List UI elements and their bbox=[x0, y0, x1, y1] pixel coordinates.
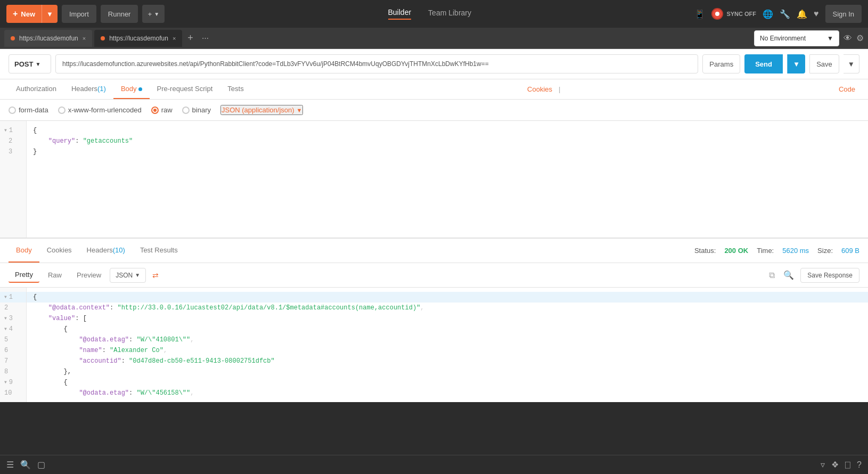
heart-icon[interactable]: ♥ bbox=[814, 9, 819, 19]
resp-view-preview[interactable]: Preview bbox=[70, 268, 108, 282]
runner-button[interactable]: Runner bbox=[101, 5, 138, 23]
resp-tab-test-results[interactable]: Test Results bbox=[133, 239, 185, 263]
req-tab-body[interactable]: Body bbox=[113, 79, 150, 99]
copy-response-button[interactable]: ⧉ bbox=[767, 268, 777, 282]
tab-dot-0 bbox=[11, 36, 15, 40]
phone-icon[interactable]: 📱 bbox=[694, 9, 705, 19]
resp-code-line-6: "name": "Alexander Co", bbox=[33, 345, 862, 356]
collapse-arrow-1[interactable]: ▼ bbox=[4, 125, 7, 136]
req-tab-pre-request[interactable]: Pre-request Script bbox=[150, 79, 220, 99]
search-response-button[interactable]: 🔍 bbox=[781, 268, 796, 282]
env-gear-icon[interactable]: ⚙ bbox=[856, 33, 864, 43]
code-line-1: { bbox=[33, 125, 862, 136]
tab-label-1: https://lucasdemofun bbox=[109, 35, 168, 42]
bell-icon[interactable]: 🔔 bbox=[797, 9, 807, 19]
line-num-3: 3 bbox=[0, 146, 26, 157]
json-type-button[interactable]: JSON (application/json) ▼ bbox=[220, 105, 303, 115]
tab-more-button[interactable]: ⋯ bbox=[199, 34, 212, 42]
keyboard-bottom-icon[interactable]: ⎕ bbox=[845, 460, 850, 470]
help-bottom-icon[interactable]: ? bbox=[857, 460, 862, 470]
layout-bottom-icon[interactable]: ❖ bbox=[831, 460, 839, 470]
time-value: 5620 ms bbox=[782, 247, 809, 255]
tab-bar: https://lucasdemofun × https://lucasdemo… bbox=[0, 28, 868, 49]
new-button[interactable]: + New ▼ bbox=[6, 5, 58, 23]
nav-center: Builder Team Library bbox=[169, 8, 690, 20]
method-select[interactable]: POST ▼ bbox=[9, 54, 51, 73]
env-dropdown[interactable]: No Environment ▼ bbox=[754, 30, 839, 46]
tab-label-0: https://lucasdemofun bbox=[19, 35, 78, 42]
import-button[interactable]: Import bbox=[62, 5, 96, 23]
size-value: 609 B bbox=[841, 247, 859, 255]
env-eye-icon[interactable]: 👁 bbox=[844, 34, 852, 43]
add-tab-arrow: ▼ bbox=[154, 11, 159, 17]
sync-indicator: SYNC OFF bbox=[711, 8, 756, 20]
add-tab-button[interactable]: + ▼ bbox=[142, 5, 165, 23]
code-link[interactable]: Code bbox=[834, 80, 859, 99]
resp-collapse-9[interactable]: ▼ bbox=[4, 377, 7, 388]
resp-line-num-1: ▼1 bbox=[0, 292, 26, 303]
status-value: 200 OK bbox=[724, 247, 748, 255]
location-bottom-icon[interactable]: ▿ bbox=[821, 460, 825, 470]
json-format-selector[interactable]: JSON ▼ bbox=[110, 268, 146, 283]
tab-team-library[interactable]: Team Library bbox=[428, 9, 471, 19]
wrap-lines-icon[interactable]: ⇄ bbox=[152, 271, 159, 280]
url-encoded-radio[interactable] bbox=[58, 107, 65, 114]
search-bottom-icon[interactable]: 🔍 bbox=[20, 460, 31, 470]
response-section: Body Cookies Headers(10) Test Results St… bbox=[0, 238, 868, 402]
wrench-icon[interactable]: 🔧 bbox=[780, 9, 790, 19]
resp-tab-headers[interactable]: Headers(10) bbox=[79, 239, 133, 263]
params-button[interactable]: Params bbox=[702, 54, 740, 73]
url-encoded-option[interactable]: x-www-form-urlencoded bbox=[58, 106, 142, 114]
raw-option[interactable]: raw bbox=[151, 106, 173, 114]
tab-builder[interactable]: Builder bbox=[388, 8, 412, 20]
resp-line-num-6: 6 bbox=[0, 345, 26, 356]
save-response-button[interactable]: Save Response bbox=[800, 268, 859, 283]
tab-close-0[interactable]: × bbox=[83, 35, 86, 42]
browser-bottom-icon[interactable]: ▢ bbox=[37, 460, 45, 470]
req-tab-headers[interactable]: Headers(1) bbox=[64, 79, 113, 99]
send-dropdown-button[interactable]: ▼ bbox=[787, 54, 805, 73]
cookies-link[interactable]: Cookies bbox=[523, 80, 556, 99]
request-tab-0[interactable]: https://lucasdemofun × bbox=[4, 30, 92, 47]
tab-close-1[interactable]: × bbox=[173, 35, 176, 42]
new-dropdown-arrow[interactable]: ▼ bbox=[42, 5, 58, 23]
url-input[interactable] bbox=[55, 54, 698, 73]
resp-code-line-7: "accountid": "0d47d8ed-cb50-e511-9413-08… bbox=[33, 356, 862, 366]
code-line-3: } bbox=[33, 146, 862, 157]
request-tab-1[interactable]: https://lucasdemofun × bbox=[94, 30, 182, 47]
tab-plus-button[interactable]: + bbox=[184, 32, 196, 44]
new-button-main[interactable]: + New bbox=[6, 5, 42, 23]
resp-line-num-10: 10 bbox=[0, 388, 26, 398]
json-format-chevron-icon: ▼ bbox=[135, 272, 140, 278]
resp-collapse-4[interactable]: ▼ bbox=[4, 324, 7, 334]
resp-code-line-10: "@odata.etag": "W/\"456158\"", bbox=[33, 388, 862, 398]
raw-radio[interactable] bbox=[151, 107, 159, 114]
json-type-chevron-icon: ▼ bbox=[297, 107, 302, 113]
binary-option[interactable]: binary bbox=[182, 106, 211, 114]
req-tab-authorization[interactable]: Authorization bbox=[9, 79, 64, 99]
save-label: Save bbox=[816, 60, 832, 68]
sidebar-toggle-icon[interactable]: ☰ bbox=[6, 460, 14, 470]
save-dropdown-button[interactable]: ▼ bbox=[844, 54, 859, 73]
request-body-editor[interactable]: ▼1 2 3 { "query": "getaccounts" } bbox=[0, 121, 868, 238]
status-label: Status: bbox=[694, 247, 716, 255]
help-globe-icon[interactable]: 🌐 bbox=[763, 9, 773, 19]
req-tab-tests[interactable]: Tests bbox=[220, 79, 251, 99]
resp-tab-cookies[interactable]: Cookies bbox=[39, 239, 79, 263]
line-numbers: ▼1 2 3 bbox=[0, 121, 27, 238]
form-data-radio[interactable] bbox=[9, 107, 16, 114]
resp-code-line-4: { bbox=[33, 324, 862, 334]
binary-radio[interactable] bbox=[182, 107, 190, 114]
form-data-option[interactable]: form-data bbox=[9, 106, 48, 114]
line-num-2: 2 bbox=[0, 136, 26, 146]
resp-view-raw[interactable]: Raw bbox=[42, 268, 68, 282]
save-button[interactable]: Save bbox=[809, 54, 839, 73]
send-button[interactable]: Send bbox=[744, 54, 783, 73]
resp-tab-body[interactable]: Body bbox=[9, 239, 39, 263]
resp-view-pretty[interactable]: Pretty bbox=[9, 267, 39, 283]
sign-in-button[interactable]: Sign In bbox=[825, 5, 862, 23]
resp-collapse-1[interactable]: ▼ bbox=[4, 292, 7, 303]
resp-collapse-3[interactable]: ▼ bbox=[4, 313, 7, 324]
line-num-1: ▼1 bbox=[0, 125, 26, 136]
resp-line-num-4: ▼4 bbox=[0, 324, 26, 334]
